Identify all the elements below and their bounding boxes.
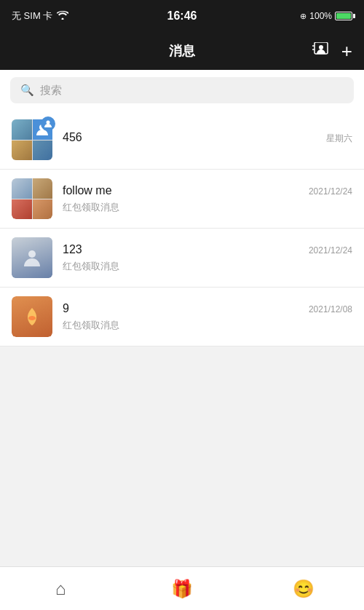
nav-bar: 消息 + (0, 32, 364, 70)
avatar-123 (12, 237, 52, 278)
battery-icon (335, 12, 352, 20)
new-contact-badge (41, 116, 55, 131)
conversation-name-456: 456 (63, 131, 82, 144)
avatar-cell-followme-tl (12, 178, 32, 199)
conversation-item-456[interactable]: 456 星期六 (0, 111, 364, 170)
status-right: ⊕ 100% (300, 11, 352, 21)
avatar-cell-tl (12, 119, 32, 140)
svg-point-7 (28, 316, 36, 320)
home-icon: ⌂ (55, 579, 66, 599)
contacts-icon[interactable] (312, 42, 330, 60)
avatar-cell-followme-tr (33, 178, 53, 199)
conversation-list: 456 星期六 follow me 2021/12/24 红包领取消息 (0, 111, 364, 566)
lock-icon: ⊕ (300, 12, 306, 21)
bottom-nav-profile[interactable]: 😊 (242, 567, 364, 610)
svg-point-5 (47, 121, 50, 124)
conversation-time-followme: 2021/12/24 (309, 186, 352, 197)
search-box[interactable]: 🔍 搜索 (10, 77, 354, 103)
svg-point-6 (28, 250, 36, 258)
conversation-header-9: 9 2021/12/08 (63, 302, 352, 315)
conversation-name-followme: follow me (63, 184, 112, 197)
carrier-label: 无 SIM 卡 (12, 9, 52, 23)
add-button[interactable]: + (341, 41, 352, 60)
status-bar: 无 SIM 卡 16:46 ⊕ 100% (0, 0, 364, 32)
wifi-icon (57, 11, 68, 22)
search-container: 🔍 搜索 (0, 70, 364, 111)
avatar-cell-followme-bl (12, 199, 32, 220)
avatar-cell-br (33, 140, 53, 161)
conversation-item-followme[interactable]: follow me 2021/12/24 红包领取消息 (0, 170, 364, 229)
battery-label: 100% (309, 11, 332, 21)
conversation-content-123: 123 2021/12/24 红包领取消息 (63, 243, 352, 273)
search-icon: 🔍 (20, 84, 34, 97)
conversation-item-123[interactable]: 123 2021/12/24 红包领取消息 (0, 229, 364, 288)
page-title: 消息 (169, 42, 195, 60)
bottom-nav-gifts[interactable]: 🎁 (122, 567, 243, 610)
bottom-nav: ⌂ 🎁 😊 (0, 566, 364, 610)
conversation-content-followme: follow me 2021/12/24 红包领取消息 (63, 184, 352, 214)
avatar-followme (12, 178, 52, 219)
conversation-header-123: 123 2021/12/24 (63, 243, 352, 256)
profile-icon: 😊 (293, 579, 314, 599)
conversation-preview-9: 红包领取消息 (63, 319, 352, 332)
svg-point-3 (319, 45, 323, 49)
conversation-time-456: 星期六 (326, 132, 352, 145)
conversation-header-456: 456 星期六 (63, 131, 352, 145)
status-time: 16:46 (167, 9, 197, 23)
conversation-content-9: 9 2021/12/08 红包领取消息 (63, 302, 352, 332)
avatar-cell-followme-br (33, 199, 53, 220)
conversation-time-123: 2021/12/24 (309, 245, 352, 256)
avatar-cell-bl (12, 140, 32, 161)
conversation-header-followme: follow me 2021/12/24 (63, 184, 352, 197)
avatar-456 (12, 119, 52, 160)
bottom-nav-home[interactable]: ⌂ (0, 567, 122, 610)
nav-actions: + (312, 41, 352, 60)
avatar-9 (12, 296, 52, 337)
conversation-name-9: 9 (63, 302, 69, 315)
gift-icon: 🎁 (171, 579, 193, 599)
conversation-preview-followme: 红包领取消息 (63, 201, 352, 214)
conversation-item-9[interactable]: 9 2021/12/08 红包领取消息 (0, 288, 364, 346)
conversation-time-9: 2021/12/08 (309, 304, 352, 314)
list-spacer (0, 346, 364, 361)
conversation-content-456: 456 星期六 (63, 131, 352, 148)
conversation-name-123: 123 (63, 243, 82, 256)
status-left: 无 SIM 卡 (12, 9, 68, 23)
search-placeholder-text: 搜索 (40, 84, 62, 98)
conversation-preview-123: 红包领取消息 (63, 260, 352, 273)
